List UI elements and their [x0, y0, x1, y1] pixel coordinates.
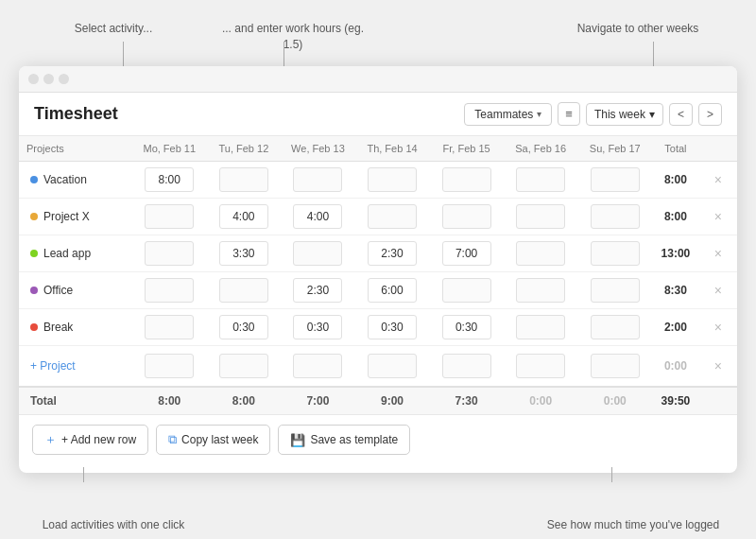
- time-input[interactable]: [591, 354, 640, 378]
- time-input[interactable]: [293, 354, 342, 378]
- time-input[interactable]: [219, 167, 268, 192]
- time-input[interactable]: [442, 278, 491, 303]
- time-input[interactable]: [145, 315, 194, 339]
- line-load-activities: [83, 467, 84, 482]
- remove-row-button[interactable]: ×: [711, 244, 726, 263]
- project-color-dot: [30, 213, 38, 220]
- time-input[interactable]: [145, 167, 194, 192]
- time-input[interactable]: [442, 315, 491, 339]
- annotation-load-activities: Load activities with one click: [28, 518, 198, 531]
- time-input[interactable]: [219, 278, 268, 303]
- time-input[interactable]: [368, 204, 417, 229]
- time-input[interactable]: [591, 241, 640, 266]
- total-fri: 7:30: [429, 387, 504, 414]
- day-cell: [504, 309, 578, 346]
- remove-row-button[interactable]: ×: [711, 170, 726, 189]
- time-input[interactable]: [368, 278, 417, 303]
- day-cell: [429, 272, 504, 309]
- time-input[interactable]: [145, 354, 194, 378]
- total-all: 39:50: [652, 387, 699, 414]
- time-input[interactable]: [219, 204, 268, 229]
- annotation-work-hours: ... and enter work hours (eg. 1.5): [217, 21, 369, 53]
- list-icon: ≡: [565, 107, 573, 121]
- time-input[interactable]: [293, 167, 342, 192]
- time-input[interactable]: [516, 167, 565, 192]
- total-sat: 0:00: [504, 387, 578, 414]
- time-input[interactable]: [442, 354, 491, 378]
- day-cell: [132, 309, 207, 346]
- prev-week-button[interactable]: <: [669, 103, 693, 126]
- week-selector-button[interactable]: This week ▾: [586, 103, 663, 126]
- add-project-link[interactable]: + Project: [30, 359, 121, 373]
- teammates-button[interactable]: Teammates ▾: [464, 103, 552, 126]
- add-project-day-cell: [207, 346, 282, 388]
- time-input[interactable]: [293, 315, 342, 339]
- day-cell: [429, 162, 504, 199]
- time-input[interactable]: [368, 241, 417, 266]
- remove-cell: ×: [699, 309, 737, 346]
- list-view-button[interactable]: ≡: [558, 102, 580, 126]
- project-label: Office: [43, 284, 73, 297]
- remove-row-button[interactable]: ×: [711, 207, 726, 226]
- traffic-light-maximize: [59, 74, 69, 84]
- next-week-button[interactable]: >: [698, 103, 722, 126]
- day-cell: [281, 309, 355, 346]
- day-cell: [577, 199, 652, 235]
- time-input[interactable]: [293, 278, 342, 303]
- time-input[interactable]: [442, 241, 491, 266]
- time-input[interactable]: [516, 241, 565, 266]
- day-cell: [132, 235, 207, 272]
- project-name-cell: Break: [19, 309, 132, 346]
- remove-project-button[interactable]: ×: [711, 356, 726, 375]
- day-cell: [207, 272, 282, 309]
- project-label: Break: [43, 321, 73, 334]
- project-label: Vacation: [43, 173, 87, 186]
- day-cell: [504, 162, 578, 199]
- timesheet-table: Projects Mo, Feb 11 Tu, Feb 12 We, Feb 1…: [19, 136, 737, 414]
- time-input[interactable]: [591, 204, 640, 229]
- time-input[interactable]: [442, 167, 491, 192]
- time-input[interactable]: [368, 315, 417, 339]
- remove-row-button[interactable]: ×: [711, 281, 726, 300]
- day-cell: [355, 235, 430, 272]
- add-new-row-button[interactable]: ＋ + Add new row: [32, 425, 148, 455]
- plus-icon: ＋: [44, 431, 57, 448]
- app-header: Timesheet Teammates ▾ ≡ This week ▾ < >: [19, 93, 737, 136]
- day-cell: [132, 199, 207, 235]
- day-cell: [281, 199, 355, 235]
- time-input[interactable]: [145, 241, 194, 266]
- time-input[interactable]: [516, 315, 565, 339]
- time-input[interactable]: [368, 354, 417, 378]
- time-input[interactable]: [219, 354, 268, 378]
- row-total: 8:30: [652, 272, 699, 309]
- time-input[interactable]: [145, 204, 194, 229]
- add-project-remove-cell: ×: [699, 346, 737, 388]
- project-color-dot: [30, 323, 38, 331]
- row-total: 8:00: [652, 162, 699, 199]
- project-color-dot: [30, 287, 38, 294]
- teammates-label: Teammates: [474, 108, 533, 121]
- day-cell: [429, 309, 504, 346]
- time-input[interactable]: [293, 204, 342, 229]
- day-cell: [207, 199, 282, 235]
- total-mon: 8:00: [132, 387, 207, 414]
- total-sun: 0:00: [577, 387, 652, 414]
- time-input[interactable]: [516, 278, 565, 303]
- remove-row-button[interactable]: ×: [711, 318, 726, 337]
- time-input[interactable]: [368, 167, 417, 192]
- add-project-day-cell: [355, 346, 430, 388]
- time-input[interactable]: [145, 278, 194, 303]
- time-input[interactable]: [591, 315, 640, 339]
- row-total: 13:00: [652, 235, 699, 272]
- time-input[interactable]: [591, 278, 640, 303]
- time-input[interactable]: [516, 204, 565, 229]
- time-input[interactable]: [516, 354, 565, 378]
- time-input[interactable]: [293, 241, 342, 266]
- save-template-button[interactable]: 💾 Save as template: [278, 425, 410, 455]
- time-input[interactable]: [219, 241, 268, 266]
- time-input[interactable]: [442, 204, 491, 229]
- add-project-day-cell: [577, 346, 652, 388]
- time-input[interactable]: [219, 315, 268, 339]
- copy-last-week-button[interactable]: ⧉ Copy last week: [156, 425, 270, 455]
- time-input[interactable]: [591, 167, 640, 192]
